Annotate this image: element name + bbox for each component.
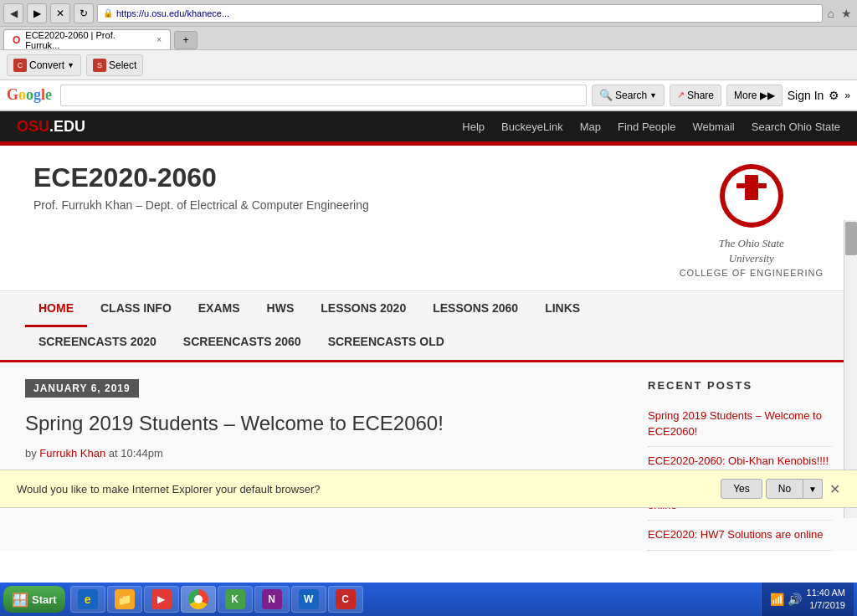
taskbar-word-button[interactable]: W <box>291 586 326 613</box>
university-name: The Ohio State University <box>680 236 824 266</box>
osu-logo: OSU.EDU <box>17 118 85 136</box>
taskbar: 🪟 Start e 📁 ▶ K N W C 📶 <box>0 583 857 616</box>
onenote-icon: N <box>262 589 282 609</box>
select-label: Select <box>109 59 136 71</box>
taskbar-system-tray: 📶 🔊 11:40 AM 1/7/2019 <box>761 583 854 616</box>
lock-icon: 🔒 <box>103 8 113 18</box>
nav-searchohiostate[interactable]: Search Ohio State <box>752 121 840 133</box>
post-title: Spring 2019 Students – Welcome to ECE206… <box>25 410 631 436</box>
nav-findpeople[interactable]: Find People <box>618 121 675 133</box>
system-icons: 📶 🔊 <box>770 593 802 606</box>
toolbar-bar: C Convert ▼ S Select <box>0 50 857 80</box>
taskbar-onenote-button[interactable]: N <box>254 586 290 613</box>
more-button[interactable]: More ▶▶ <box>726 85 783 106</box>
share-button[interactable]: ↗ Share <box>670 85 721 106</box>
new-tab-button[interactable]: + <box>174 31 198 49</box>
recent-post-4[interactable]: ECE2020: HW7 Solutions are online <box>648 521 832 550</box>
nav-map[interactable]: Map <box>580 121 601 133</box>
stop-button[interactable]: ✕ <box>50 3 70 23</box>
tab-bar: O ECE2020-2060 | Prof. Furruk... × + <box>0 27 857 50</box>
sign-in-text[interactable]: Sign In <box>788 89 824 102</box>
taskbar-kaspersky-button[interactable]: K <box>218 586 253 613</box>
volume-icon[interactable]: 🔊 <box>788 593 802 606</box>
website-content: OSU.EDU Help BuckeyeLink Map Find People… <box>0 111 857 552</box>
scrollbar-thumb[interactable] <box>845 222 857 255</box>
osu-page-header: ECE2020-2060 Prof. Furrukh Khan – Dept. … <box>0 146 857 290</box>
nav-items-container: HOME CLASS INFO EXAMS HWS LESSONS 2020 L… <box>25 291 832 325</box>
clock-date: 1/7/2019 <box>807 599 845 612</box>
nav-lessons-2020[interactable]: LESSONS 2020 <box>307 291 419 327</box>
convert-label: Convert <box>29 59 64 71</box>
settings-icon[interactable]: ⚙ <box>829 89 839 102</box>
nav-buckeyelink[interactable]: BuckeyeLink <box>501 121 563 133</box>
word-icon: W <box>299 589 319 609</box>
tab-close-button[interactable]: × <box>157 35 162 44</box>
nav-class-info[interactable]: CLASS INFO <box>87 291 185 327</box>
ie-icon: e <box>78 589 98 609</box>
clock[interactable]: 11:40 AM 1/7/2019 <box>807 587 845 613</box>
toolbar-collapse-icon[interactable]: » <box>844 90 850 101</box>
nav-links[interactable]: LINKS <box>531 291 593 327</box>
osu-top-bar: OSU.EDU Help BuckeyeLink Map Find People… <box>0 111 857 141</box>
star-icon[interactable]: ★ <box>839 5 854 22</box>
home-icon[interactable]: ⌂ <box>826 5 836 22</box>
nav-hws[interactable]: HWS <box>254 291 308 327</box>
nav-exams[interactable]: EXAMS <box>185 291 254 327</box>
convert-arrow: ▼ <box>67 61 74 69</box>
recent-post-1[interactable]: Spring 2019 Students – Welcome to ECE206… <box>648 402 832 446</box>
media-icon: ▶ <box>151 589 172 609</box>
address-bar[interactable]: 🔒 https://u.osu.edu/khanece... <box>97 4 823 23</box>
taskbar-explorer-button[interactable]: 📁 <box>107 586 142 613</box>
more-label: More ▶▶ <box>734 90 775 101</box>
taskbar-media-button[interactable]: ▶ <box>144 586 179 613</box>
taskbar-crimson-button[interactable]: C <box>328 586 363 613</box>
kaspersky-icon: K <box>225 589 245 609</box>
nav-bar: ◀ ▶ ✕ ↻ 🔒 https://u.osu.edu/khanece... ⌂… <box>0 0 857 27</box>
convert-icon: C <box>13 59 27 72</box>
nav-items-row2: SCREENCASTS 2020 SCREENCASTS 2060 SCREEN… <box>25 325 832 360</box>
nav-screencasts-2020[interactable]: SCREENCASTS 2020 <box>25 325 170 361</box>
active-tab[interactable]: O ECE2020-2060 | Prof. Furruk... × <box>3 29 171 49</box>
chrome-icon <box>188 589 208 609</box>
nav-lessons-2060[interactable]: LESSONS 2060 <box>419 291 531 327</box>
back-button[interactable]: ◀ <box>3 3 23 23</box>
post-by-text: by <box>25 447 37 459</box>
recent-post-5[interactable]: ECE2020: Solutions to HW7 are online <box>648 551 832 552</box>
svg-rect-3 <box>736 183 767 188</box>
post-author-link[interactable]: Furrukh Khan <box>39 447 105 459</box>
ie-dialog-text: Would you like to make Internet Explorer… <box>17 483 721 495</box>
ie-dialog-no-button[interactable]: No <box>766 479 803 499</box>
ie-dialog-no-arrow[interactable]: ▼ <box>803 479 823 499</box>
convert-button[interactable]: C Convert ▼ <box>7 54 81 76</box>
clock-time: 11:40 AM <box>807 587 845 599</box>
tab-favicon: O <box>13 34 20 46</box>
refresh-button[interactable]: ↻ <box>74 3 94 23</box>
search-icon: 🔍 <box>599 89 613 101</box>
taskbar-apps: e 📁 ▶ K N W C <box>70 586 761 613</box>
sidebar-title: RECENT POSTS <box>648 379 832 392</box>
main-posts: JANUARY 6, 2019 Spring 2019 Students – W… <box>25 379 631 552</box>
osu-page-nav: HOME CLASS INFO EXAMS HWS LESSONS 2020 L… <box>0 290 857 362</box>
sidebar: RECENT POSTS Spring 2019 Students – Welc… <box>648 379 832 552</box>
taskbar-chrome-button[interactable] <box>181 586 216 613</box>
taskbar-ie-button[interactable]: e <box>70 586 105 613</box>
osu-top-nav: Help BuckeyeLink Map Find People Webmail… <box>462 121 840 133</box>
post-date: JANUARY 6, 2019 <box>25 379 139 398</box>
windows-logo: 🪟 <box>12 592 28 608</box>
forward-button[interactable]: ▶ <box>27 3 47 23</box>
ie-dialog-yes-button[interactable]: Yes <box>721 479 762 499</box>
nav-help[interactable]: Help <box>462 121 485 133</box>
ie-dialog-close-button[interactable]: ✕ <box>829 481 840 497</box>
nav-screencasts-2060[interactable]: SCREENCASTS 2060 <box>170 325 315 361</box>
nav-webmail[interactable]: Webmail <box>692 121 734 133</box>
nav-home[interactable]: HOME <box>25 291 87 327</box>
google-search-button[interactable]: 🔍 Search ▼ <box>592 85 665 106</box>
google-logo: Google <box>7 86 52 104</box>
start-button[interactable]: 🪟 Start <box>3 586 65 613</box>
nav-icons: ⌂ ★ <box>826 5 854 22</box>
tab-label: ECE2020-2060 | Prof. Furruk... <box>25 30 148 50</box>
nav-screencasts-old[interactable]: SCREENCASTS OLD <box>315 325 458 361</box>
google-search-input[interactable] <box>60 85 587 106</box>
address-text: https://u.osu.edu/khanece... <box>116 8 817 18</box>
select-button[interactable]: S Select <box>86 54 143 76</box>
